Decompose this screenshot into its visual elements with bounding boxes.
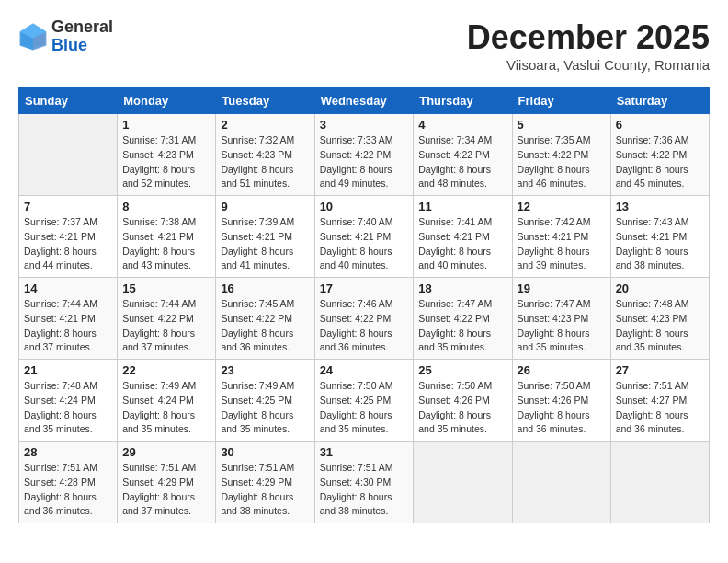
day-number: 4	[418, 118, 506, 132]
day-number: 1	[122, 118, 210, 132]
day-info: Sunrise: 7:39 AM Sunset: 4:21 PM Dayligh…	[221, 215, 309, 273]
calendar-cell	[512, 442, 610, 523]
day-info: Sunrise: 7:51 AM Sunset: 4:30 PM Dayligh…	[320, 461, 409, 519]
calendar-cell: 29Sunrise: 7:51 AM Sunset: 4:29 PM Dayli…	[118, 442, 216, 523]
day-number: 27	[616, 363, 704, 377]
logo-general: General	[51, 18, 113, 37]
calendar-cell: 13Sunrise: 7:43 AM Sunset: 4:21 PM Dayli…	[610, 196, 709, 278]
weekday-header: Saturday	[610, 88, 709, 114]
calendar-cell: 12Sunrise: 7:42 AM Sunset: 4:21 PM Dayli…	[512, 196, 610, 278]
day-number: 9	[221, 200, 309, 213]
day-number: 28	[24, 445, 112, 459]
calendar-cell: 1Sunrise: 7:31 AM Sunset: 4:23 PM Daylig…	[118, 114, 216, 196]
calendar-cell: 9Sunrise: 7:39 AM Sunset: 4:21 PM Daylig…	[216, 196, 314, 278]
calendar-cell: 26Sunrise: 7:50 AM Sunset: 4:26 PM Dayli…	[512, 360, 610, 442]
calendar-cell	[610, 442, 709, 523]
calendar-header: SundayMondayTuesdayWednesdayThursdayFrid…	[19, 88, 710, 114]
day-info: Sunrise: 7:51 AM Sunset: 4:29 PM Dayligh…	[221, 461, 309, 519]
calendar-cell: 5Sunrise: 7:35 AM Sunset: 4:22 PM Daylig…	[512, 114, 610, 196]
weekday-header: Sunday	[19, 88, 118, 114]
calendar-cell: 17Sunrise: 7:46 AM Sunset: 4:22 PM Dayli…	[314, 278, 414, 360]
day-info: Sunrise: 7:31 AM Sunset: 4:23 PM Dayligh…	[122, 133, 210, 191]
day-number: 14	[24, 282, 112, 295]
calendar-cell	[414, 442, 512, 523]
day-info: Sunrise: 7:51 AM Sunset: 4:29 PM Dayligh…	[122, 461, 210, 519]
weekday-header: Tuesday	[216, 88, 314, 114]
day-info: Sunrise: 7:48 AM Sunset: 4:24 PM Dayligh…	[24, 379, 112, 437]
calendar-cell: 2Sunrise: 7:32 AM Sunset: 4:23 PM Daylig…	[216, 114, 314, 196]
day-number: 5	[518, 118, 606, 132]
day-number: 7	[24, 200, 112, 213]
day-number: 30	[221, 445, 309, 459]
day-info: Sunrise: 7:33 AM Sunset: 4:22 PM Dayligh…	[320, 133, 409, 191]
calendar-cell: 20Sunrise: 7:48 AM Sunset: 4:23 PM Dayli…	[610, 278, 709, 360]
day-number: 8	[122, 200, 210, 213]
calendar-cell: 31Sunrise: 7:51 AM Sunset: 4:30 PM Dayli…	[314, 442, 414, 523]
day-info: Sunrise: 7:40 AM Sunset: 4:21 PM Dayligh…	[320, 215, 409, 273]
day-number: 16	[221, 282, 309, 295]
calendar-cell: 22Sunrise: 7:49 AM Sunset: 4:24 PM Dayli…	[118, 360, 216, 442]
calendar-cell: 18Sunrise: 7:47 AM Sunset: 4:22 PM Dayli…	[414, 278, 512, 360]
day-number: 15	[122, 282, 210, 295]
day-number: 12	[518, 200, 606, 213]
logo-icon	[18, 22, 48, 52]
day-info: Sunrise: 7:50 AM Sunset: 4:25 PM Dayligh…	[320, 379, 409, 437]
calendar-cell: 3Sunrise: 7:33 AM Sunset: 4:22 PM Daylig…	[314, 114, 414, 196]
calendar-cell: 4Sunrise: 7:34 AM Sunset: 4:22 PM Daylig…	[414, 114, 512, 196]
calendar-cell: 28Sunrise: 7:51 AM Sunset: 4:28 PM Dayli…	[19, 442, 118, 523]
day-number: 13	[616, 200, 704, 213]
day-info: Sunrise: 7:37 AM Sunset: 4:21 PM Dayligh…	[24, 215, 112, 273]
day-number: 10	[320, 200, 409, 213]
day-info: Sunrise: 7:51 AM Sunset: 4:28 PM Dayligh…	[24, 461, 112, 519]
day-info: Sunrise: 7:44 AM Sunset: 4:22 PM Dayligh…	[122, 297, 210, 355]
logo-blue: Blue	[51, 37, 113, 55]
day-number: 31	[320, 445, 409, 459]
day-info: Sunrise: 7:44 AM Sunset: 4:21 PM Dayligh…	[24, 297, 112, 355]
day-info: Sunrise: 7:38 AM Sunset: 4:21 PM Dayligh…	[122, 215, 210, 273]
day-number: 22	[122, 363, 210, 377]
calendar-cell: 21Sunrise: 7:48 AM Sunset: 4:24 PM Dayli…	[19, 360, 118, 442]
weekday-row: SundayMondayTuesdayWednesdayThursdayFrid…	[19, 88, 710, 114]
day-info: Sunrise: 7:43 AM Sunset: 4:21 PM Dayligh…	[616, 215, 704, 273]
day-number: 17	[320, 282, 409, 295]
calendar-cell: 24Sunrise: 7:50 AM Sunset: 4:25 PM Dayli…	[314, 360, 414, 442]
day-info: Sunrise: 7:47 AM Sunset: 4:22 PM Dayligh…	[418, 297, 506, 355]
calendar-cell: 6Sunrise: 7:36 AM Sunset: 4:22 PM Daylig…	[610, 114, 709, 196]
calendar-cell: 23Sunrise: 7:49 AM Sunset: 4:25 PM Dayli…	[216, 360, 314, 442]
calendar-week-row: 7Sunrise: 7:37 AM Sunset: 4:21 PM Daylig…	[19, 196, 710, 278]
title-block: December 2025 Viisoara, Vaslui County, R…	[467, 18, 710, 73]
day-number: 29	[122, 445, 210, 459]
day-info: Sunrise: 7:47 AM Sunset: 4:23 PM Dayligh…	[518, 297, 606, 355]
weekday-header: Wednesday	[314, 88, 414, 114]
location-subtitle: Viisoara, Vaslui County, Romania	[467, 57, 710, 73]
calendar-cell: 14Sunrise: 7:44 AM Sunset: 4:21 PM Dayli…	[19, 278, 118, 360]
day-number: 11	[418, 200, 506, 213]
calendar-cell	[19, 114, 118, 196]
logo: General Blue	[18, 18, 113, 55]
day-number: 18	[418, 282, 506, 295]
page-header: General Blue December 2025 Viisoara, Vas…	[18, 18, 710, 73]
calendar-cell: 11Sunrise: 7:41 AM Sunset: 4:21 PM Dayli…	[414, 196, 512, 278]
day-number: 2	[221, 118, 309, 132]
calendar-cell: 7Sunrise: 7:37 AM Sunset: 4:21 PM Daylig…	[19, 196, 118, 278]
day-info: Sunrise: 7:51 AM Sunset: 4:27 PM Dayligh…	[616, 379, 704, 437]
calendar-cell: 8Sunrise: 7:38 AM Sunset: 4:21 PM Daylig…	[118, 196, 216, 278]
calendar-week-row: 1Sunrise: 7:31 AM Sunset: 4:23 PM Daylig…	[19, 114, 710, 196]
calendar-body: 1Sunrise: 7:31 AM Sunset: 4:23 PM Daylig…	[19, 114, 710, 523]
calendar-week-row: 14Sunrise: 7:44 AM Sunset: 4:21 PM Dayli…	[19, 278, 710, 360]
day-info: Sunrise: 7:50 AM Sunset: 4:26 PM Dayligh…	[418, 379, 506, 437]
day-info: Sunrise: 7:35 AM Sunset: 4:22 PM Dayligh…	[518, 133, 606, 191]
weekday-header: Monday	[118, 88, 216, 114]
calendar-cell: 10Sunrise: 7:40 AM Sunset: 4:21 PM Dayli…	[314, 196, 414, 278]
calendar-cell: 16Sunrise: 7:45 AM Sunset: 4:22 PM Dayli…	[216, 278, 314, 360]
calendar-cell: 15Sunrise: 7:44 AM Sunset: 4:22 PM Dayli…	[118, 278, 216, 360]
day-number: 25	[418, 363, 506, 377]
day-info: Sunrise: 7:45 AM Sunset: 4:22 PM Dayligh…	[221, 297, 309, 355]
calendar-cell: 30Sunrise: 7:51 AM Sunset: 4:29 PM Dayli…	[216, 442, 314, 523]
calendar-cell: 27Sunrise: 7:51 AM Sunset: 4:27 PM Dayli…	[610, 360, 709, 442]
calendar-table: SundayMondayTuesdayWednesdayThursdayFrid…	[18, 87, 710, 523]
day-info: Sunrise: 7:49 AM Sunset: 4:24 PM Dayligh…	[122, 379, 210, 437]
weekday-header: Friday	[512, 88, 610, 114]
day-number: 23	[221, 363, 309, 377]
day-info: Sunrise: 7:50 AM Sunset: 4:26 PM Dayligh…	[518, 379, 606, 437]
